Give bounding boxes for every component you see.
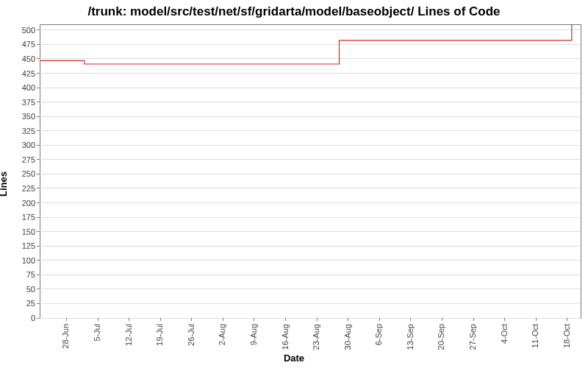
y-tick-label: 75	[26, 270, 35, 279]
y-tick-label: 350	[22, 112, 35, 121]
x-tick-label: 26-Jul	[187, 324, 196, 346]
y-tick-label: 200	[22, 199, 35, 208]
x-tick-label: 2-Aug	[218, 324, 226, 345]
y-tick-label: 275	[22, 155, 35, 164]
x-tick-label: 13-Sep	[406, 324, 415, 350]
y-tick-label: 400	[22, 83, 35, 92]
x-tick-label: 9-Aug	[249, 324, 258, 345]
y-tick-label: 50	[26, 285, 35, 294]
y-tick-label: 450	[22, 54, 35, 63]
y-tick-label: 25	[26, 299, 35, 308]
x-tick-label: 27-Sep	[468, 324, 477, 350]
y-tick-label: 300	[22, 141, 35, 149]
y-tick-label: 100	[22, 256, 35, 265]
y-tick-label: 500	[22, 26, 35, 35]
y-tick-label: 225	[22, 184, 35, 193]
x-tick-label: 28-Jun	[61, 324, 70, 349]
y-tick-label: 425	[22, 69, 35, 78]
x-tick-label: 19-Jul	[155, 324, 164, 346]
y-tick-label: 125	[22, 241, 35, 250]
x-tick-label: 20-Sep	[437, 324, 445, 350]
y-tick-label: 375	[22, 98, 35, 107]
x-tick-label: 4-Oct	[500, 324, 509, 344]
chart-container: /trunk: model/src/test/net/sf/gridarta/m…	[0, 0, 588, 368]
y-tick-label: 0	[31, 314, 35, 322]
x-tick-label: 11-Oct	[531, 324, 539, 348]
y-tick-label: 175	[22, 213, 35, 222]
x-tick-label: 5-Jul	[93, 324, 101, 342]
y-tick-label: 325	[22, 127, 35, 135]
x-tick-label: 30-Aug	[343, 324, 352, 350]
y-tick-label: 150	[22, 227, 35, 236]
x-tick-label: 12-Jul	[124, 324, 133, 346]
x-tick-label: 16-Aug	[281, 324, 290, 350]
y-tick-label: 475	[22, 40, 35, 49]
chart-plot: 0255075100125150175200225250275300325350…	[0, 0, 588, 368]
x-tick-label: 6-Sep	[374, 324, 383, 345]
x-tick-label: 18-Oct	[562, 324, 571, 348]
y-tick-label: 250	[22, 169, 35, 178]
svg-rect-0	[40, 24, 581, 318]
x-tick-label: 23-Aug	[312, 324, 320, 350]
